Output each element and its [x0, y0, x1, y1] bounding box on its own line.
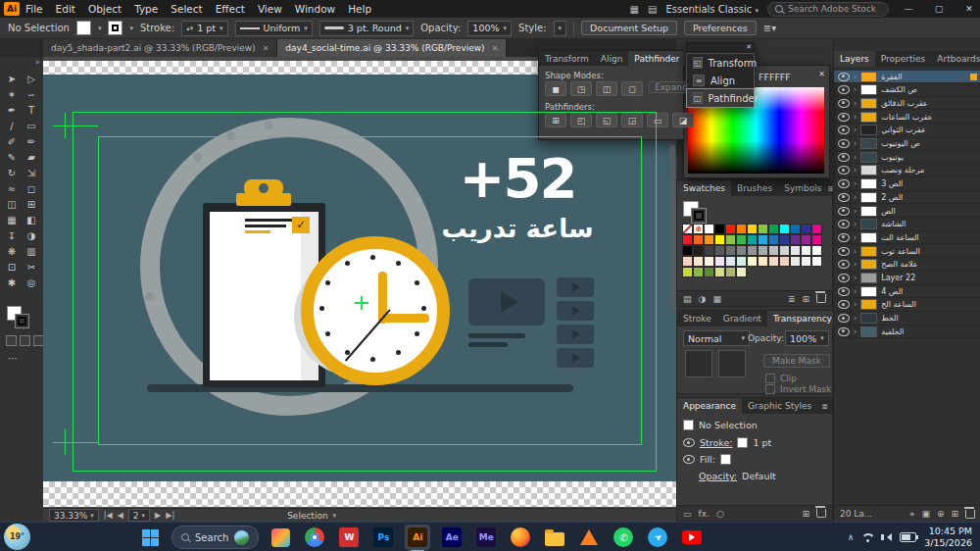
swatch[interactable]	[811, 234, 822, 245]
headline-arabic[interactable]: ساعة تدريب	[439, 214, 596, 243]
tool-gradient[interactable]: ◧	[22, 212, 41, 227]
swatch[interactable]	[747, 256, 758, 267]
swatch[interactable]	[736, 234, 747, 245]
swatch[interactable]	[704, 267, 714, 277]
playlist-tile[interactable]	[557, 277, 594, 297]
swatch[interactable]	[801, 234, 811, 245]
layer-row[interactable]: ›عقرب الدقائق	[834, 97, 980, 110]
swatch[interactable]	[714, 267, 725, 277]
width-profile-select[interactable]: Uniform▾	[235, 21, 313, 36]
swatch[interactable]	[790, 245, 801, 256]
swatch-libraries-icon[interactable]: ▤	[683, 294, 692, 304]
gradient-button[interactable]	[20, 335, 30, 346]
expand-chevron-icon[interactable]: ›	[854, 153, 857, 162]
visibility-eye-icon[interactable]	[838, 125, 850, 134]
taskbar-whatsapp[interactable]: ✆	[611, 525, 636, 550]
swatch[interactable]	[758, 245, 768, 256]
expand-chevron-icon[interactable]: ›	[854, 314, 857, 323]
tool-zoom[interactable]: ◎	[22, 275, 41, 290]
menu-item-align[interactable]: ≡Align	[687, 72, 754, 89]
swatch[interactable]	[801, 245, 811, 256]
new-layer-icon[interactable]: ⊞	[951, 509, 958, 519]
tool-eraser[interactable]: ▰	[22, 149, 41, 165]
tab-transform[interactable]: Transform	[539, 51, 595, 66]
layer-row[interactable]: ›الص 4	[834, 285, 980, 298]
swatch[interactable]	[682, 245, 693, 256]
locate-object-icon[interactable]: ⌖	[909, 509, 914, 520]
swatch[interactable]	[801, 256, 811, 267]
tool-free-transform[interactable]: ◻	[22, 180, 41, 196]
layer-name[interactable]: يوتيوب	[881, 153, 904, 162]
swatch[interactable]	[714, 245, 725, 256]
expand-chevron-icon[interactable]: ›	[854, 300, 857, 309]
tab-transparency[interactable]: Transparency	[767, 311, 838, 326]
arrange-documents-icon[interactable]: ▦	[630, 4, 639, 15]
swatch[interactable]	[758, 224, 768, 234]
delete-layer-icon[interactable]	[965, 510, 975, 519]
make-mask-button[interactable]: Make Mask	[763, 354, 830, 368]
tool-shape-builder[interactable]: ◫	[2, 196, 22, 212]
layer-row[interactable]: ›Layer 22	[834, 273, 980, 285]
workspace-switcher-icon[interactable]: ▤	[648, 4, 657, 15]
layer-row[interactable]: ›الص	[834, 205, 980, 218]
stroke-color-proxy[interactable]	[15, 314, 29, 328]
layer-row[interactable]: ›عقرب الثواني	[834, 125, 980, 137]
layer-row[interactable]: ›علامة الصح	[834, 259, 980, 272]
swatch[interactable]	[768, 245, 779, 256]
playlist-tile[interactable]	[557, 301, 594, 321]
stroke-chip[interactable]	[737, 437, 748, 448]
headline-number[interactable]: +52	[439, 151, 596, 206]
taskbar-start[interactable]	[137, 525, 163, 550]
tool-column-graph[interactable]: ▥	[22, 243, 41, 259]
tab-appearance[interactable]: Appearance	[677, 398, 742, 414]
playlist-tile[interactable]	[557, 348, 594, 368]
layer-name[interactable]: الشاشة	[881, 220, 906, 228]
visibility-eye-icon[interactable]	[838, 193, 850, 202]
swatch[interactable]	[747, 234, 758, 245]
stroke-swatch[interactable]	[108, 21, 122, 35]
layer-name[interactable]: الص 3	[881, 179, 903, 188]
close-button[interactable]: ✕	[958, 0, 980, 18]
pathfinder-merge[interactable]: ◱	[596, 113, 617, 127]
wifi-icon[interactable]	[861, 533, 873, 541]
swatch[interactable]	[758, 256, 768, 267]
expand-chevron-icon[interactable]: ›	[854, 274, 857, 282]
tool-perspective-grid[interactable]: ⊞	[22, 196, 41, 212]
fx-icon[interactable]: fx.	[699, 509, 710, 519]
vertical-scrollbar[interactable]	[669, 145, 675, 312]
status-menu-caret[interactable]: ▾	[333, 512, 337, 520]
expand-chevron-icon[interactable]: ›	[854, 287, 857, 296]
close-icon[interactable]: ✕	[818, 70, 825, 78]
taskbar-firefox[interactable]	[508, 525, 533, 550]
swatch[interactable]	[725, 234, 736, 245]
close-tab-icon[interactable]: ✕	[263, 44, 270, 53]
visibility-eye-icon[interactable]	[838, 220, 850, 228]
layer-row[interactable]: ›الص 2	[834, 191, 980, 204]
taskbar-photoshop[interactable]: Ps	[370, 525, 396, 550]
swatch[interactable]	[747, 245, 758, 256]
layer-row[interactable]: ›الص 3	[834, 178, 980, 191]
layer-name[interactable]: عقرب الدقائق	[881, 99, 927, 108]
expand-chevron-icon[interactable]: ›	[854, 85, 857, 94]
tool-shaper[interactable]: ✎	[2, 149, 22, 165]
visibility-eye-icon[interactable]	[838, 99, 850, 108]
next-artboard-icon[interactable]: ▶	[155, 511, 161, 520]
layer-row[interactable]: ›الساعة الث	[834, 231, 980, 244]
pathfinder-trim[interactable]: ◰	[570, 113, 592, 127]
appearance-opacity-row[interactable]: Opacity: Default	[699, 471, 776, 481]
layer-row[interactable]: ›الفقرة	[834, 71, 980, 83]
pathfinder-minus-back[interactable]: ◪	[672, 113, 694, 127]
visibility-eye-icon[interactable]	[838, 287, 850, 296]
swatch[interactable]	[682, 234, 693, 245]
tool-direct-selection[interactable]: ▷	[22, 71, 41, 86]
taskbar-search[interactable]: Search	[172, 526, 259, 549]
tab-brushes[interactable]: Brushes	[731, 180, 778, 196]
pathfinder-outline[interactable]: ▭	[647, 113, 668, 127]
layer-row[interactable]: ›ص الكشف	[834, 84, 980, 97]
layer-name[interactable]: عقرب الثواني	[881, 125, 926, 134]
artboard-number-select[interactable]: 2▾	[128, 509, 150, 522]
toolbar-collapse-icon[interactable]: »	[35, 58, 40, 67]
control-panel-menu-icon[interactable]: ≣▾	[763, 23, 776, 33]
layer-name[interactable]: الساعة الث	[881, 233, 918, 242]
new-stroke-icon[interactable]: ▭	[683, 509, 692, 519]
